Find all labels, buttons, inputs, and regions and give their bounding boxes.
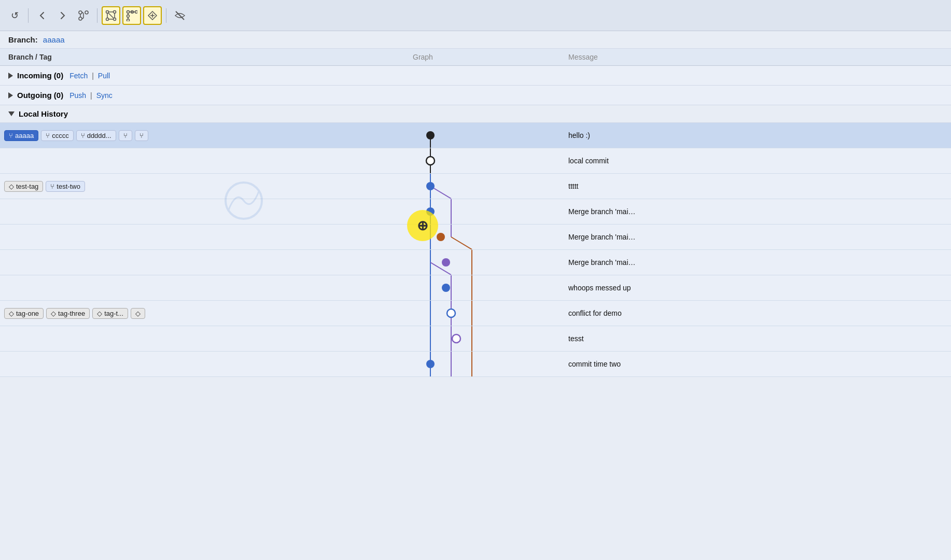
- branch-tags-cell-5: [0, 250, 404, 275]
- fetch-button[interactable]: Fetch: [69, 72, 88, 80]
- tag-icon-tag-t: ◇: [97, 310, 102, 317]
- svg-line-24: [176, 11, 184, 20]
- msg-cell-6: whoops messed up: [560, 275, 951, 300]
- svg-line-37: [451, 237, 472, 249]
- commit-row-8[interactable]: tesst: [0, 326, 951, 352]
- branch-tags-cell-2: ◇ test-tag ⑂ test-two: [0, 174, 404, 199]
- commit-row-5[interactable]: Merge branch 'mai…: [0, 250, 951, 275]
- forward-button[interactable]: [53, 6, 72, 25]
- commit-row-3[interactable]: Merge branch 'mai…: [0, 199, 951, 225]
- incoming-expand-icon[interactable]: [8, 73, 13, 79]
- branch-row: Branch: aaaaa: [0, 31, 951, 49]
- tag-badge-test-tag[interactable]: ◇ test-tag: [4, 181, 43, 192]
- svg-point-1: [85, 11, 88, 14]
- commit-message-6: whoops messed up: [568, 284, 631, 292]
- graph-svg-5: [410, 250, 555, 275]
- graph-view-button[interactable]: [102, 6, 120, 25]
- branch-label-ccccc: ccccc: [52, 132, 69, 139]
- svg-point-28: [426, 157, 435, 165]
- msg-cell-7: conflict for demo: [560, 301, 951, 326]
- tag-icon-tag-one: ◇: [9, 310, 14, 317]
- commit-row-4[interactable]: Merge branch 'mai…: [0, 225, 951, 250]
- tag-icon-tag-three: ◇: [51, 310, 56, 317]
- svg-point-31: [426, 182, 435, 190]
- svg-line-12: [108, 13, 114, 18]
- tag-label-tag-one: tag-one: [16, 310, 39, 317]
- local-history-collapse-icon[interactable]: [8, 111, 15, 116]
- tag-icon-extra: ◇: [135, 310, 141, 317]
- svg-point-15: [135, 10, 138, 13]
- graph-cell-2: [404, 174, 560, 199]
- refresh-button[interactable]: ↺: [5, 6, 24, 25]
- graph-cell-6: [404, 275, 560, 300]
- toolbar: ↺: [0, 0, 951, 31]
- branch-badge-extra2[interactable]: ⑂: [135, 130, 148, 141]
- branch-icon-2: ⑂: [46, 132, 50, 139]
- branch-icon: ⑂: [9, 132, 13, 139]
- pull-button[interactable]: Pull: [98, 72, 110, 80]
- commit-message-3: Merge branch 'mai…: [568, 207, 636, 216]
- svg-point-50: [447, 309, 455, 317]
- branches-button[interactable]: [74, 6, 93, 25]
- branch-icon-3: ⑂: [81, 132, 85, 139]
- graph-cell-3: [404, 199, 560, 224]
- list-view-button[interactable]: [122, 6, 141, 25]
- commit-message-1: local commit: [568, 157, 609, 165]
- tag-badge-extra[interactable]: ◇: [131, 308, 145, 319]
- toolbar-separator-3: [166, 8, 166, 23]
- tag-badge-tag-one[interactable]: ◇ tag-one: [4, 308, 44, 319]
- svg-point-2: [79, 17, 82, 20]
- outgoing-expand-icon[interactable]: [8, 92, 13, 99]
- graph-svg-7: [410, 301, 555, 326]
- branch-badge-ccccc[interactable]: ⑂ ccccc: [41, 130, 74, 141]
- branch-tags-cell-6: [0, 275, 404, 300]
- hidden-button[interactable]: [171, 6, 189, 25]
- graph-cell-8: [404, 326, 560, 351]
- graph-svg-6: [410, 275, 555, 300]
- commit-message-2: ttttt: [568, 182, 578, 190]
- msg-cell-3: Merge branch 'mai…: [560, 199, 951, 224]
- msg-cell-4: Merge branch 'mai…: [560, 225, 951, 249]
- col-header-message: Message: [560, 53, 951, 61]
- outgoing-title: Outgoing (0): [17, 91, 63, 100]
- incoming-sep: |: [92, 72, 94, 80]
- commit-row-7[interactable]: ◇ tag-one ◇ tag-three ◇ tag-t... ◇: [0, 301, 951, 326]
- toolbar-separator-2: [97, 8, 97, 23]
- local-history-row: Local History: [0, 105, 951, 123]
- graph-svg-2: [410, 174, 555, 199]
- back-button[interactable]: [33, 6, 51, 25]
- branch-badge-extra1[interactable]: ⑂: [119, 130, 132, 141]
- graph-cell-4: [404, 225, 560, 249]
- col-header-graph: Graph: [404, 53, 560, 61]
- push-button[interactable]: Push: [69, 91, 86, 100]
- commit-message-5: Merge branch 'mai…: [568, 258, 636, 267]
- svg-point-6: [106, 18, 109, 20]
- svg-point-54: [452, 334, 460, 343]
- tag-badge-tag-t[interactable]: ◇ tag-t...: [92, 308, 128, 319]
- branch-tags-cell-1: [0, 148, 404, 173]
- branch-badge-test-two[interactable]: ⑂ test-two: [46, 181, 85, 192]
- incoming-row: Incoming (0) Fetch | Pull: [0, 66, 951, 86]
- msg-cell-1: local commit: [560, 148, 951, 173]
- tag-badge-tag-three[interactable]: ◇ tag-three: [46, 308, 90, 319]
- outgoing-row: Outgoing (0) Push | Sync: [0, 86, 951, 105]
- svg-point-38: [437, 233, 445, 241]
- graph-svg-3: [410, 199, 555, 224]
- branch-badge-aaaaa[interactable]: ⑂ aaaaa: [4, 130, 38, 141]
- graph-svg-9: [410, 352, 555, 376]
- commit-row-1[interactable]: local commit: [0, 148, 951, 174]
- commit-row-9[interactable]: commit time two: [0, 352, 951, 377]
- commit-row-6[interactable]: whoops messed up: [0, 275, 951, 301]
- sync-button[interactable]: Sync: [96, 91, 113, 100]
- local-history-title: Local History: [19, 109, 68, 118]
- svg-point-13: [127, 10, 130, 13]
- branch-badge-ddddd[interactable]: ⑂ ddddd...: [76, 130, 116, 141]
- commit-row-2[interactable]: ◇ test-tag ⑂ test-two tt: [0, 174, 951, 199]
- commit-message-4: Merge branch 'mai…: [568, 233, 636, 241]
- graph-cell-7: [404, 301, 560, 326]
- commit-message-8: tesst: [568, 334, 584, 343]
- tag-view-button[interactable]: [143, 6, 162, 25]
- commit-row-0[interactable]: ⑂ aaaaa ⑂ ccccc ⑂ ddddd... ⑂: [0, 123, 951, 148]
- msg-cell-5: Merge branch 'mai…: [560, 250, 951, 275]
- svg-point-26: [426, 131, 435, 139]
